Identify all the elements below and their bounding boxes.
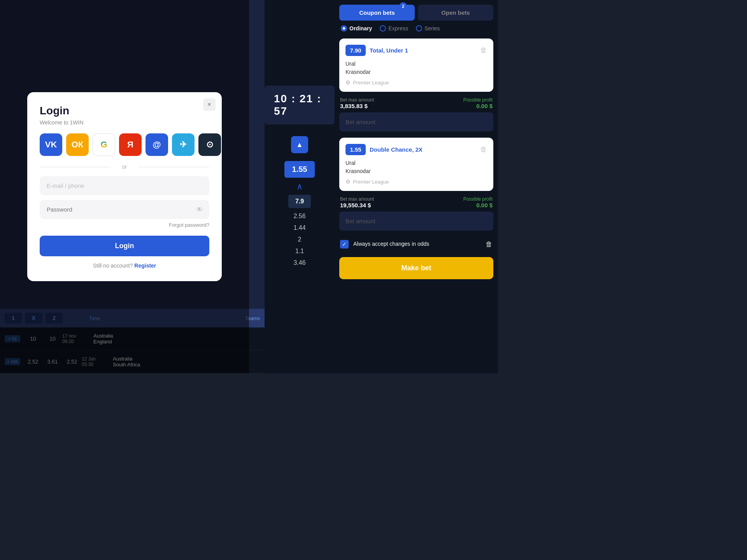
possible-profit-amount-1: 0.00 $ — [463, 103, 493, 109]
radio-ordinary[interactable]: Ordinary — [341, 25, 372, 32]
coupon-count-badge: 2 — [399, 2, 407, 10]
possible-profit-amount-2: 0.00 $ — [463, 202, 493, 208]
social-vk-button[interactable]: VK — [40, 133, 62, 156]
bet-1-info-row: Bet max amount 3,835.83 $ Possible profi… — [335, 94, 498, 111]
social-mail-button[interactable]: @ — [146, 133, 168, 156]
bet-card-1-header: 7.90 Total, Under 1 🗑 — [345, 45, 487, 56]
odd-badge-1: 7.90 — [345, 45, 366, 56]
bet-card-2: 1.55 Double Chance, 2X 🗑 Ural Krasnodar … — [339, 138, 493, 191]
radio-circle-express — [380, 25, 386, 32]
radio-label-express: Express — [388, 25, 408, 32]
close-button[interactable]: × — [203, 98, 216, 111]
bet-card-2-header: 1.55 Double Chance, 2X 🗑 — [345, 144, 487, 155]
delete-always-accept-icon[interactable]: 🗑 — [486, 240, 493, 248]
password-input[interactable] — [40, 200, 209, 219]
login-modal: × Login Welcome to 1WIN VK ОК G Я @ ✈ — [27, 92, 222, 281]
gear-icon: ⚙ — [345, 178, 351, 185]
modal-overlay: × Login Welcome to 1WIN VK ОК G Я @ ✈ — [0, 0, 249, 373]
possible-profit-label-1: Possible profit — [463, 97, 493, 103]
odds-plain-5[interactable]: 3.46 — [293, 259, 305, 266]
odds-plain-4[interactable]: 1.1 — [295, 248, 304, 255]
bet-1-profit-info: Possible profit 0.00 $ — [463, 97, 493, 109]
register-link[interactable]: Register — [134, 262, 156, 269]
social-buttons-row: VK ОК G Я @ ✈ ⊙ — [40, 133, 209, 156]
bet-teams-2: Ural Krasnodar — [345, 159, 487, 175]
always-accept-label: Always accept changes in odds — [353, 240, 481, 248]
radio-label-ordinary: Ordinary — [349, 25, 372, 32]
always-accept-checkbox[interactable]: ✓ — [340, 240, 349, 248]
no-account-text: Still no account? — [93, 262, 133, 269]
up-arrow-button[interactable]: ▲ — [291, 136, 308, 153]
bet-max-label-1: Bet max amount — [340, 97, 374, 103]
delete-bet-2-icon[interactable]: 🗑 — [480, 145, 487, 154]
forgot-password-link[interactable]: Forgot password? — [40, 222, 209, 228]
bet-type-label-1: Total, Under 1 — [370, 47, 476, 54]
show-password-icon[interactable]: 👁 — [196, 205, 203, 214]
steam-icon: ⊙ — [206, 140, 213, 150]
social-ok-button[interactable]: ОК — [66, 133, 89, 156]
odds-plain-1[interactable]: 2.56 — [293, 213, 305, 220]
bets-scroll-area: 7.90 Total, Under 1 🗑 Ural Krasnodar ⚙ P… — [335, 36, 498, 373]
password-wrapper: 👁 — [40, 200, 209, 219]
radio-express[interactable]: Express — [380, 25, 408, 32]
social-yandex-button[interactable]: Я — [119, 133, 142, 156]
bet-max-amount-1: 3,835.83 $ — [340, 103, 374, 109]
possible-profit-label-2: Possible profit — [463, 196, 493, 202]
vk-icon: VK — [45, 140, 57, 150]
bet-max-amount-2: 19,550.34 $ — [340, 202, 374, 208]
yandex-icon: Я — [127, 140, 133, 150]
odd-badge-2: 1.55 — [345, 144, 366, 155]
bet-max-label-2: Bet max amount — [340, 196, 374, 202]
bet-card-1: 7.90 Total, Under 1 🗑 Ural Krasnodar ⚙ P… — [339, 38, 493, 92]
bet-1-max-info: Bet max amount 3,835.83 $ — [340, 97, 374, 109]
login-button[interactable]: Login — [40, 236, 209, 256]
bet-2-max-info: Bet max amount 19,550.34 $ — [340, 196, 374, 208]
bet-2-info-row: Bet max amount 19,550.34 $ Possible prof… — [335, 193, 498, 210]
tab-coupon-bets[interactable]: Coupon bets 2 — [339, 5, 415, 21]
radio-series[interactable]: Series — [416, 25, 440, 32]
bet-league-1: ⚙ Premier League — [345, 79, 487, 86]
delete-bet-1-icon[interactable]: 🗑 — [480, 46, 487, 54]
middle-panel: 10 : 21 : 57 ▲ 1.55 ∧ 7.9 2.56 1.44 2 1.… — [265, 0, 335, 373]
bet-type-selector: Ordinary Express Series — [335, 21, 498, 36]
make-bet-button[interactable]: Make bet — [339, 257, 493, 279]
ok-icon: ОК — [72, 140, 84, 150]
social-google-button[interactable]: G — [93, 133, 115, 156]
bet-type-label-2: Double Chance, 2X — [370, 146, 476, 153]
betting-panel: Coupon bets 2 Open bets Ordinary Express… — [335, 0, 498, 373]
odds-small-badge[interactable]: 7.9 — [288, 195, 311, 208]
chevron-up-icon[interactable]: ∧ — [296, 182, 303, 192]
bet-2-profit-info: Possible profit 0.00 $ — [463, 196, 493, 208]
bet-amount-input-1[interactable] — [339, 112, 493, 131]
radio-circle-series — [416, 25, 422, 32]
bet-teams-1: Ural Krasnodar — [345, 60, 487, 76]
email-input[interactable] — [40, 176, 209, 195]
tab-open-bets[interactable]: Open bets — [418, 5, 493, 21]
mail-icon: @ — [153, 140, 161, 150]
timer-display: 10 : 21 : 57 — [265, 86, 335, 124]
bet-league-2: ⚙ Premier League — [345, 178, 487, 185]
bet-amount-input-2[interactable] — [339, 212, 493, 231]
gear-icon: ⚙ — [345, 79, 351, 86]
or-divider: or — [40, 164, 209, 170]
register-row: Still no account? Register — [40, 262, 209, 269]
bet-tabs: Coupon bets 2 Open bets — [335, 0, 498, 21]
social-telegram-button[interactable]: ✈ — [172, 133, 195, 156]
modal-subtitle: Welcome to 1WIN — [40, 119, 209, 126]
odds-plain-2[interactable]: 1.44 — [293, 224, 305, 231]
radio-label-series: Series — [424, 25, 440, 32]
social-steam-button[interactable]: ⊙ — [198, 133, 221, 156]
telegram-icon: ✈ — [180, 140, 187, 150]
google-icon: G — [100, 140, 107, 150]
radio-circle-ordinary — [341, 25, 347, 32]
odds-large-badge[interactable]: 1.55 — [284, 161, 315, 178]
modal-title: Login — [40, 105, 209, 117]
odds-plain-3[interactable]: 2 — [298, 236, 302, 243]
always-accept-row: ✓ Always accept changes in odds 🗑 — [335, 234, 498, 254]
